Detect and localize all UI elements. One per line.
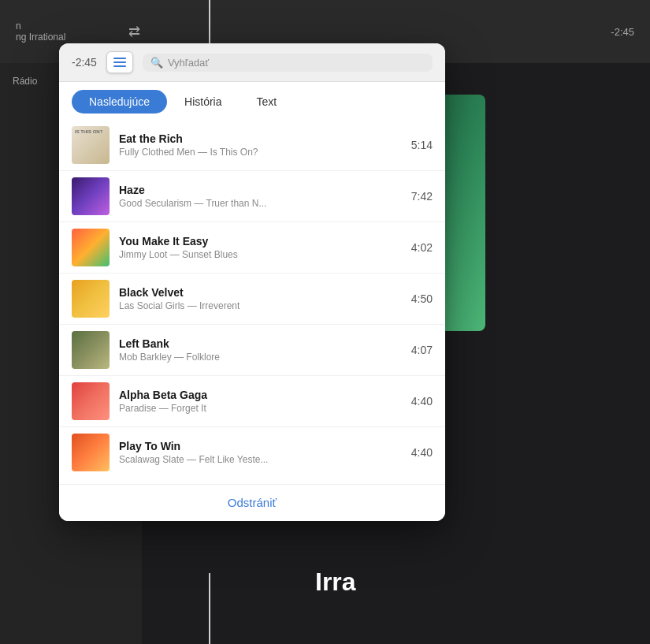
popup-top-bar: -2:45 🔍 Vyhľadať [59,43,445,82]
album-art-6 [72,382,110,420]
song-info-7: Play To Win Scalawag Slate — Felt Like Y… [119,440,402,465]
album-art-1: IS THIS ON? [72,126,110,164]
song-item-1[interactable]: IS THIS ON? Eat the Rich Fully Clothed M… [59,120,445,171]
song-title-3: You Make It Easy [119,235,402,248]
song-subtitle-5: Mob Barkley — Folklore [119,352,402,363]
song-info-4: Black Velvet Las Social Girls — Irrevere… [119,286,402,311]
list-line-2 [113,61,126,63]
song-title-7: Play To Win [119,440,402,452]
tab-history[interactable]: História [167,90,239,114]
popup-time-display: -2:45 [72,56,97,69]
bg-bottom-label: Irra [315,568,356,597]
song-title-6: Alpha Beta Gaga [119,389,402,401]
song-duration-6: 4:40 [411,395,433,408]
album-art-4 [72,280,110,318]
song-subtitle-3: Jimmy Loot — Sunset Blues [119,249,402,260]
song-duration-1: 5:14 [411,139,433,151]
song-info-5: Left Bank Mob Barkley — Folklore [119,337,402,363]
songs-list: IS THIS ON? Eat the Rich Fully Clothed M… [59,114,445,484]
song-subtitle-7: Scalawag Slate — Felt Like Yeste... [119,454,402,465]
song-info-3: You Make It Easy Jimmy Loot — Sunset Blu… [119,235,402,260]
bg-title-area: n ng Irrational [16,20,65,43]
search-placeholder-text: Vyhľadať [168,57,209,69]
repeat-icon[interactable]: ⇄ [128,23,140,40]
song-duration-2: 7:42 [411,190,433,203]
bg-title: n [16,20,65,32]
song-title-1: Eat the Rich [119,132,402,145]
song-title-5: Left Bank [119,337,402,350]
song-item-2[interactable]: Haze Good Secularism — Truer than N... 7… [59,171,445,222]
song-title-4: Black Velvet [119,286,402,299]
connector-line-bottom [209,573,210,644]
list-line-3 [113,65,126,67]
song-item-4[interactable]: Black Velvet Las Social Girls — Irrevere… [59,274,445,325]
song-subtitle-2: Good Secularism — Truer than N... [119,198,402,209]
song-info-2: Haze Good Secularism — Truer than N... [119,184,402,209]
album-art-2 [72,177,110,215]
song-duration-5: 4:07 [411,344,433,356]
song-item-5[interactable]: Left Bank Mob Barkley — Folklore 4:07 [59,325,445,376]
tab-lyrics[interactable]: Text [240,90,295,114]
bg-subtitle: ng Irrational [16,32,65,43]
album-art-3 [72,229,110,266]
list-line-1 [113,58,126,59]
tab-next[interactable]: Nasledujúce [72,90,167,114]
clear-button-container: Odstrániť [59,484,445,521]
search-icon: 🔍 [150,57,163,69]
song-subtitle-6: Paradise — Forget It [119,403,402,414]
album-art-7 [72,434,110,471]
song-item-6[interactable]: Alpha Beta Gaga Paradise — Forget It 4:4… [59,376,445,427]
list-icon [113,58,126,67]
song-duration-7: 4:40 [411,446,433,459]
song-subtitle-1: Fully Clothed Men — Is This On? [119,147,402,158]
search-area[interactable]: 🔍 Vyhľadať [143,54,433,72]
tabs-container: Nasledujúce História Text [59,82,445,114]
bg-time-display: -2:45 [611,26,634,38]
song-title-2: Haze [119,184,402,196]
song-duration-3: 4:02 [411,241,433,254]
song-item-3[interactable]: You Make It Easy Jimmy Loot — Sunset Blu… [59,222,445,274]
song-item-7[interactable]: Play To Win Scalawag Slate — Felt Like Y… [59,427,445,478]
song-subtitle-4: Las Social Girls — Irreverent [119,300,402,311]
album-art-5 [72,331,110,369]
song-duration-4: 4:50 [411,292,433,305]
song-info-1: Eat the Rich Fully Clothed Men — Is This… [119,132,402,158]
song-info-6: Alpha Beta Gaga Paradise — Forget It [119,389,402,414]
popup-panel: -2:45 🔍 Vyhľadať Nasledujúce História Te… [59,43,445,521]
queue-list-button[interactable] [106,51,133,73]
clear-queue-button[interactable]: Odstrániť [228,496,277,509]
